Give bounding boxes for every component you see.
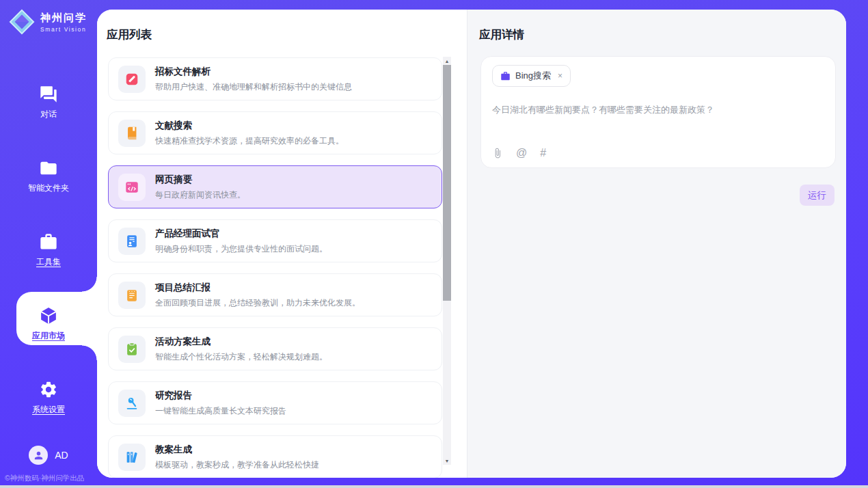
app-card-lesson-plan[interactable]: 教案生成 模板驱动，教案秒成，教学准备从此轻松快捷 <box>108 435 442 478</box>
pen-square-icon <box>118 66 146 93</box>
microscope-icon <box>118 390 146 417</box>
user-name: AD <box>55 450 68 461</box>
app-name: 研究报告 <box>155 390 286 402</box>
logo-diamond-icon <box>9 9 35 35</box>
person-icon <box>33 450 44 461</box>
scroll-down-arrow-icon[interactable]: ▼ <box>443 457 451 465</box>
content-panel: 应用列表 招标文件解析 帮助用户快速、准确地理解和解析招标书中的关键信息 文献搜… <box>97 10 846 478</box>
app-card-list: 招标文件解析 帮助用户快速、准确地理解和解析招标书中的关键信息 文献搜索 快速精… <box>108 57 442 478</box>
app-description: 一键智能生成高质量长文本研究报告 <box>155 405 286 417</box>
toolbox-icon <box>39 232 58 252</box>
user-row[interactable]: AD <box>0 446 97 465</box>
input-toolbar: @ # <box>492 148 546 159</box>
book-icon <box>118 120 146 147</box>
logo-title: 神州问学 <box>40 12 87 25</box>
scroll-up-arrow-icon[interactable]: ▲ <box>443 57 451 65</box>
copyright-text: ©神州数码·神州问学出品 <box>0 474 97 483</box>
clipboard-check-icon <box>118 336 146 363</box>
prompt-input[interactable]: 今日湖北有哪些新闻要点？有哪些需要关注的最新政策？ <box>492 104 824 116</box>
sidebar-item-label: 系统设置 <box>32 404 65 416</box>
logo-subtitle: Smart Vision <box>40 26 87 33</box>
sidebar-item-label: 应用市场 <box>32 330 65 342</box>
app-card-web-summary[interactable]: 网页摘要 每日政府新闻资讯快查。 <box>108 165 442 208</box>
tool-tag-label: Bing搜索 <box>515 70 551 82</box>
sidebar-item-label: 工具集 <box>36 256 61 268</box>
app-description: 快速精准查找学术资源，提高研究效率的必备工具。 <box>155 135 344 147</box>
tag-close-icon[interactable]: × <box>558 71 562 81</box>
sidebar-item-label: 对话 <box>40 109 57 120</box>
app-card-bid-parse[interactable]: 招标文件解析 帮助用户快速、准确地理解和解析招标书中的关键信息 <box>108 57 442 100</box>
app-name: 项目总结汇报 <box>155 282 360 294</box>
run-button[interactable]: 运行 <box>800 185 835 206</box>
mention-icon[interactable]: @ <box>516 148 527 159</box>
app-description: 全面回顾项目进展，总结经验教训，助力未来优化发展。 <box>155 297 360 309</box>
avatar[interactable] <box>29 446 48 465</box>
app-name: 文献搜索 <box>155 120 344 132</box>
app-name: 招标文件解析 <box>155 66 352 78</box>
folder-icon <box>39 159 58 178</box>
app-list-title: 应用列表 <box>107 27 152 42</box>
app-card-research-report[interactable]: 研究报告 一键智能生成高质量长文本研究报告 <box>108 381 442 424</box>
tool-tag-bing-search[interactable]: Bing搜索 × <box>492 65 571 87</box>
scrollbar-thumb[interactable] <box>443 65 451 301</box>
sidebar-item-toolset[interactable]: 工具集 <box>0 213 97 287</box>
app-description: 明确身份和职责，为您提供专业性的面试问题。 <box>155 243 327 255</box>
app-name: 产品经理面试官 <box>155 228 327 240</box>
bottom-edge-bar <box>0 485 868 488</box>
topic-icon[interactable]: # <box>540 148 546 159</box>
app-name: 活动方案生成 <box>155 336 327 348</box>
sidebar-item-chat[interactable]: 对话 <box>0 66 97 139</box>
app-card-literature-search[interactable]: 文献搜索 快速精准查找学术资源，提高研究效率的必备工具。 <box>108 111 442 154</box>
gear-icon <box>39 380 58 399</box>
app-description: 帮助用户快速、准确地理解和解析招标书中的关键信息 <box>155 81 352 93</box>
sidebar-item-smart-folder[interactable]: 智能文件夹 <box>0 139 97 213</box>
app-description: 模板驱动，教案秒成，教学准备从此轻松快捷 <box>155 459 319 471</box>
sidebar-item-label: 智能文件夹 <box>28 182 69 194</box>
app-card-project-summary[interactable]: 项目总结汇报 全面回顾项目进展，总结经验教训，助力未来优化发展。 <box>108 273 442 316</box>
app-description: 每日政府新闻资讯快查。 <box>155 189 245 201</box>
app-card-activity-plan[interactable]: 活动方案生成 智能生成个性化活动方案，轻松解决规划难题。 <box>108 327 442 370</box>
doc-person-icon <box>118 228 146 255</box>
sidebar-item-settings[interactable]: 系统设置 <box>0 361 97 435</box>
app-logo: 神州问学 Smart Vision <box>9 9 87 35</box>
scrollbar[interactable]: ▲ ▼ <box>443 57 451 465</box>
app-description: 智能生成个性化活动方案，轻松解决规划难题。 <box>155 351 327 363</box>
sidebar-item-app-market[interactable]: 应用市场 <box>0 287 97 361</box>
chat-icon <box>39 85 58 104</box>
app-name: 教案生成 <box>155 444 319 456</box>
app-card-pm-interviewer[interactable]: 产品经理面试官 明确身份和职责，为您提供专业性的面试问题。 <box>108 219 442 262</box>
notepad-icon <box>118 282 146 309</box>
prompt-card: Bing搜索 × 今日湖北有哪些新闻要点？有哪些需要关注的最新政策？ @ # <box>480 56 836 168</box>
attachment-icon[interactable] <box>492 148 503 159</box>
briefcase-icon <box>500 71 511 81</box>
app-detail-panel: 应用详情 Bing搜索 × 今日湖北有哪些新闻要点？有哪些需要关注的最新政策？ … <box>467 10 846 478</box>
app-list-panel: 应用列表 招标文件解析 帮助用户快速、准确地理解和解析招标书中的关键信息 文献搜… <box>97 10 467 478</box>
sidebar: 神州问学 Smart Vision 对话 智能文件夹 工具集 应用市场 系统设置 <box>0 0 97 488</box>
cube-icon <box>39 306 58 325</box>
books-icon <box>118 444 146 471</box>
sidebar-nav: 对话 智能文件夹 工具集 应用市场 系统设置 <box>0 66 97 435</box>
app-name: 网页摘要 <box>155 174 245 186</box>
browser-code-icon <box>118 174 146 201</box>
app-detail-title: 应用详情 <box>479 27 524 42</box>
